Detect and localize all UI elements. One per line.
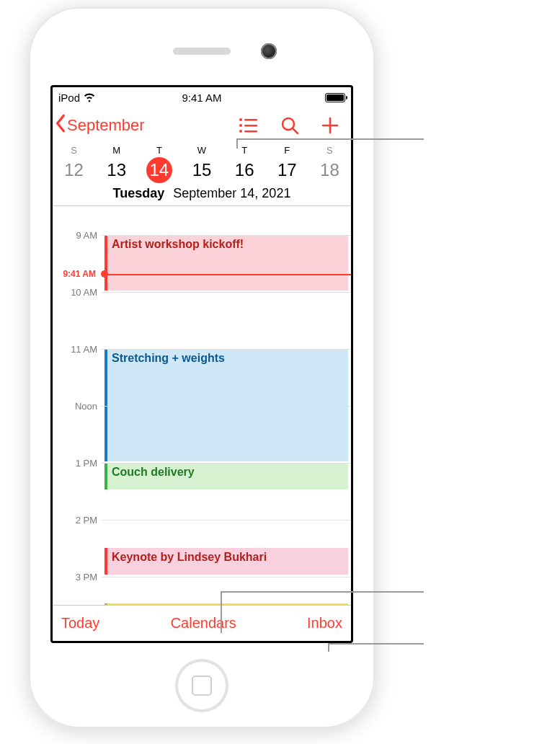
calendar-event[interactable]: Keynote by Lindsey Bukhari bbox=[105, 548, 348, 575]
device-frame: iPod 9:41 AM September bbox=[29, 7, 375, 728]
chevron-left-icon bbox=[54, 114, 67, 137]
calendars-button[interactable]: Calendars bbox=[171, 615, 236, 632]
hour-line bbox=[102, 406, 351, 407]
hour-label: 11 AM bbox=[54, 343, 97, 354]
callout-line bbox=[328, 643, 424, 645]
hour-label: 10 AM bbox=[54, 286, 97, 297]
calendar-event[interactable]: Artist workshop kickoff! bbox=[105, 235, 348, 291]
inbox-button[interactable]: Inbox bbox=[307, 615, 342, 632]
hour-line bbox=[102, 292, 351, 293]
speaker-grille bbox=[173, 48, 231, 55]
svg-point-4 bbox=[239, 130, 242, 133]
status-time: 9:41 AM bbox=[53, 92, 351, 104]
svg-line-7 bbox=[293, 128, 298, 133]
callout-line bbox=[221, 591, 222, 633]
day-cell[interactable]: 17 bbox=[266, 157, 308, 183]
hour-line bbox=[102, 463, 351, 464]
wifi-icon bbox=[83, 90, 96, 105]
week-header: S M T W T F S 12 13 14 15 16 17 18 Tuesd… bbox=[53, 143, 351, 212]
now-indicator-line bbox=[102, 274, 351, 275]
date-header-full: September 14, 2021 bbox=[173, 186, 290, 200]
bottom-toolbar: Today Calendars Inbox bbox=[53, 605, 351, 641]
dow-label: F bbox=[266, 145, 308, 156]
date-header: TuesdaySeptember 14, 2021 bbox=[53, 186, 351, 201]
day-timeline[interactable]: 9 AM10 AM11 AMNoon1 PM2 PM3 PM9:41 AM Ar… bbox=[53, 212, 351, 605]
dow-label: S bbox=[308, 145, 351, 156]
svg-rect-3 bbox=[244, 125, 257, 127]
hour-label: 9 AM bbox=[54, 229, 97, 240]
list-view-icon[interactable] bbox=[239, 118, 259, 133]
time-gutter: 9 AM10 AM11 AMNoon1 PM2 PM3 PM9:41 AM bbox=[53, 212, 102, 605]
callout-line bbox=[236, 138, 424, 140]
day-cell[interactable]: 16 bbox=[223, 157, 266, 183]
date-header-dow: Tuesday bbox=[113, 186, 165, 200]
hour-line bbox=[102, 577, 351, 577]
today-button[interactable]: Today bbox=[61, 615, 99, 632]
partial-event-peek bbox=[105, 603, 348, 605]
hour-label: 1 PM bbox=[54, 457, 97, 468]
add-icon[interactable] bbox=[321, 116, 339, 135]
callout-line bbox=[236, 138, 238, 149]
back-button[interactable]: September bbox=[54, 114, 145, 137]
dow-label: M bbox=[95, 145, 138, 156]
svg-point-2 bbox=[239, 124, 242, 127]
svg-rect-5 bbox=[244, 130, 257, 133]
hour-label: 2 PM bbox=[54, 514, 97, 525]
svg-rect-1 bbox=[244, 119, 257, 121]
calendar-event[interactable]: Couch delivery bbox=[105, 463, 348, 490]
screen: iPod 9:41 AM September bbox=[50, 85, 353, 643]
home-button[interactable] bbox=[175, 659, 228, 712]
dow-label: T bbox=[138, 145, 180, 156]
daynum-row: 12 13 14 15 16 17 18 bbox=[53, 157, 351, 183]
day-cell[interactable]: 18 bbox=[308, 157, 351, 183]
carrier-label: iPod bbox=[58, 92, 80, 104]
front-camera bbox=[261, 43, 277, 59]
dow-label: W bbox=[180, 145, 223, 156]
hour-line bbox=[102, 520, 351, 521]
now-time-label: 9:41 AM bbox=[53, 269, 96, 279]
search-icon[interactable] bbox=[280, 116, 299, 135]
hour-line bbox=[102, 235, 351, 236]
day-cell[interactable]: 15 bbox=[180, 157, 223, 183]
calendar-event[interactable]: Stretching + weights bbox=[105, 349, 348, 461]
hour-label: Noon bbox=[54, 400, 97, 411]
back-label: September bbox=[67, 116, 145, 135]
callout-line bbox=[328, 643, 329, 652]
now-indicator-dot bbox=[101, 270, 108, 278]
day-cell[interactable]: 13 bbox=[95, 157, 138, 183]
callout-line bbox=[221, 591, 424, 593]
dow-label: S bbox=[53, 145, 95, 156]
day-cell[interactable]: 12 bbox=[53, 157, 95, 183]
status-bar: iPod 9:41 AM bbox=[53, 87, 351, 107]
dow-row: S M T W T F S bbox=[53, 145, 351, 156]
events-layer: Artist workshop kickoff!Stretching + wei… bbox=[105, 212, 348, 605]
day-cell-selected[interactable]: 14 bbox=[138, 157, 180, 183]
battery-icon bbox=[325, 93, 345, 102]
hour-label: 3 PM bbox=[54, 571, 97, 582]
svg-point-0 bbox=[239, 118, 242, 121]
dow-label: T bbox=[223, 145, 266, 156]
separator bbox=[53, 205, 351, 206]
hour-line bbox=[102, 349, 351, 350]
